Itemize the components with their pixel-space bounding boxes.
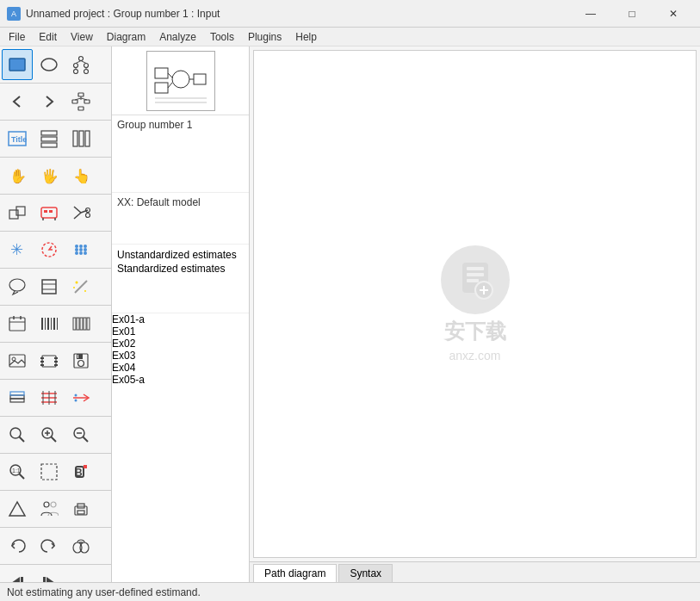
undo-tool[interactable] — [2, 530, 33, 561]
variable-ex04[interactable]: Ex04 — [112, 362, 249, 374]
menu-plugins[interactable]: Plugins — [241, 29, 288, 45]
hierarchical-tool[interactable] — [65, 86, 96, 117]
layers-tool[interactable] — [2, 382, 33, 413]
toolbar-nav2 — [0, 565, 111, 582]
svg-point-46 — [75, 248, 78, 251]
binoculars-tool[interactable] — [65, 530, 96, 561]
svg-point-97 — [10, 428, 21, 438]
zoom-fit-tool[interactable] — [2, 419, 33, 450]
ellipse-tool[interactable] — [34, 49, 65, 80]
hand-tool[interactable]: ✋ — [2, 160, 33, 191]
svg-rect-66 — [47, 318, 49, 330]
svg-rect-89 — [10, 395, 24, 399]
rows-tool[interactable] — [34, 123, 65, 154]
redo-tool[interactable] — [34, 530, 65, 561]
maximize-button[interactable]: □ — [612, 0, 652, 28]
piano-tool[interactable] — [65, 308, 96, 339]
svg-rect-11 — [78, 93, 84, 96]
menu-diagram[interactable]: Diagram — [100, 29, 152, 45]
svg-point-44 — [79, 245, 83, 248]
tab-syntax[interactable]: Syntax — [338, 564, 393, 582]
svg-rect-21 — [41, 137, 57, 141]
svg-line-16 — [75, 98, 81, 100]
variables-list[interactable]: Ex01-a Ex01 Ex02 Ex03 Ex04 Ex05-a — [112, 313, 249, 582]
bus-tool[interactable] — [34, 197, 65, 228]
canvas-tabs: Path diagram Syntax — [250, 561, 700, 582]
svg-rect-67 — [51, 318, 52, 330]
zoom-out-tool[interactable] — [65, 419, 96, 450]
shape-tool[interactable] — [2, 197, 33, 228]
zoom-in-tool[interactable] — [34, 419, 65, 450]
next-tool[interactable] — [34, 567, 65, 582]
barcode-tool[interactable] — [34, 308, 65, 339]
columns-tool[interactable] — [65, 123, 96, 154]
disk-tool[interactable] — [65, 345, 96, 376]
standardized-estimates[interactable]: Standardized estimates — [117, 262, 244, 276]
menu-file[interactable]: File — [2, 29, 32, 45]
toolbar-zoom — [0, 417, 111, 454]
circle-arrow-tool[interactable] — [34, 234, 65, 265]
calendar-tool[interactable] — [2, 308, 33, 339]
arrows-tool[interactable] — [65, 382, 96, 413]
svg-rect-60 — [9, 318, 25, 331]
variable-ex03[interactable]: Ex03 — [112, 350, 249, 362]
svg-rect-20 — [41, 131, 57, 135]
svg-rect-64 — [41, 318, 43, 330]
dots-tool[interactable] — [65, 234, 96, 265]
svg-point-43 — [75, 245, 78, 248]
svg-rect-77 — [42, 356, 56, 367]
model-thumbnail[interactable] — [112, 46, 249, 115]
select-tool[interactable] — [34, 456, 65, 487]
svg-line-5 — [76, 61, 81, 64]
menu-analyze[interactable]: Analyze — [152, 29, 203, 45]
close-button[interactable]: ✕ — [654, 0, 693, 28]
svg-line-100 — [52, 437, 57, 443]
minimize-button[interactable]: — — [571, 0, 610, 28]
svg-point-87 — [78, 361, 84, 367]
variable-ex01[interactable]: Ex01 — [112, 325, 249, 338]
toolbar-nav — [0, 84, 111, 121]
asterisk-tool[interactable]: ✳ — [2, 234, 33, 265]
svg-text:Title: Title — [11, 135, 27, 144]
menu-edit[interactable]: Edit — [32, 29, 64, 45]
triangle-tool[interactable] — [2, 493, 33, 524]
svg-point-57 — [76, 282, 78, 284]
svg-rect-73 — [84, 318, 86, 330]
tree-tool[interactable] — [65, 49, 96, 80]
grab-tool[interactable]: 👆 — [65, 160, 96, 191]
svg-marker-113 — [9, 502, 25, 516]
toolbar-undoredo — [0, 528, 111, 565]
zoom-custom-tool[interactable]: 1:1 — [2, 456, 33, 487]
app-icon: A — [7, 7, 21, 21]
prev-tool[interactable] — [2, 567, 33, 582]
scissors-tool[interactable] — [65, 197, 96, 228]
unstandardized-estimates[interactable]: Unstandardized estimates — [117, 248, 244, 262]
film-tool[interactable] — [34, 345, 65, 376]
tab-path-diagram[interactable]: Path diagram — [253, 564, 337, 582]
menu-help[interactable]: Help — [288, 29, 324, 45]
wand-tool[interactable] — [65, 271, 96, 302]
variable-ex01a[interactable]: Ex01-a — [112, 313, 249, 325]
print-tool[interactable] — [65, 493, 96, 524]
menu-view[interactable]: View — [64, 29, 100, 45]
frame-tool[interactable] — [34, 271, 65, 302]
arrow-right-tool[interactable] — [34, 86, 65, 117]
tiles-tool[interactable] — [34, 382, 65, 413]
canvas[interactable]: 安下载 anxz.com — [253, 50, 697, 558]
svg-point-49 — [75, 251, 78, 255]
toolbar-text: Title — [0, 121, 111, 158]
people-tool[interactable] — [34, 493, 65, 524]
variable-ex02[interactable]: Ex02 — [112, 338, 249, 350]
arrow-left-tool[interactable] — [2, 86, 33, 117]
menu-tools[interactable]: Tools — [203, 29, 241, 45]
rect-tool[interactable] — [2, 49, 33, 80]
picture-tool[interactable] — [2, 345, 33, 376]
svg-text:✳: ✳ — [10, 241, 23, 258]
scroll-tool[interactable]: 🖐 — [34, 160, 65, 191]
bold-tool[interactable]: B — [65, 456, 96, 487]
title-tool[interactable]: Title — [2, 123, 33, 154]
bubble-tool[interactable] — [2, 271, 33, 302]
variable-ex05a[interactable]: Ex05-a — [112, 374, 249, 386]
watermark-icon — [441, 245, 510, 314]
svg-rect-65 — [45, 318, 46, 330]
